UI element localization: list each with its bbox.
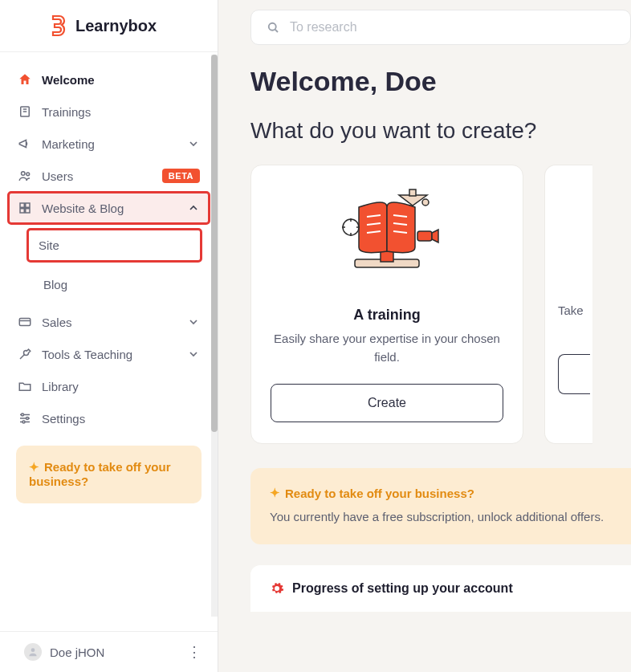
sliders-icon — [18, 411, 32, 426]
beta-badge: BETA — [162, 169, 200, 183]
create-cards: A training Easily share your expertise i… — [250, 165, 631, 444]
nav: Welcome Trainings Marketing Users BETA — [0, 52, 218, 631]
card-title: A training — [353, 307, 420, 324]
nav-label: Trainings — [42, 105, 91, 119]
nav-label: Users — [42, 169, 73, 183]
nav-users[interactable]: Users BETA — [8, 160, 210, 192]
card-desc: Easily share your expertise in your chos… — [271, 330, 503, 366]
star-icon: ✦ — [270, 486, 280, 500]
svg-point-3 — [22, 172, 26, 176]
nav-label: Sales — [42, 316, 72, 329]
chevron-down-icon — [187, 137, 200, 150]
svg-rect-8 — [26, 209, 30, 213]
brand-name: Learnybox — [75, 17, 157, 35]
search-input[interactable] — [290, 20, 616, 35]
brand-logo[interactable]: Learnybox — [0, 0, 218, 52]
card-icon — [18, 315, 32, 329]
nav-welcome[interactable]: Welcome — [8, 63, 210, 96]
nav-settings[interactable]: Settings — [8, 402, 210, 434]
nav-blog[interactable]: Blog — [32, 268, 210, 301]
svg-point-30 — [422, 199, 429, 206]
nav-website-blog-subitems: Site Blog — [8, 229, 210, 301]
svg-rect-6 — [26, 203, 30, 207]
nav-label: Blog — [43, 278, 67, 291]
svg-rect-31 — [417, 231, 432, 241]
user-name: Doe jHON — [50, 646, 104, 659]
svg-point-17 — [31, 648, 35, 652]
training-illustration-icon — [323, 183, 451, 295]
progress-card[interactable]: Progress of setting up your account — [250, 565, 631, 612]
promo-text: ✦Ready to take off your business? — [29, 460, 171, 488]
svg-rect-5 — [20, 203, 24, 207]
nav-label: Library — [42, 380, 79, 393]
svg-line-19 — [275, 30, 278, 32]
sidebar: Learnybox Welcome Trainings Marketing — [0, 0, 218, 672]
user-row[interactable]: Doe jHON ⋮ — [0, 631, 218, 672]
users-icon — [18, 169, 32, 183]
page-title: Welcome, Doe — [250, 66, 631, 97]
grid-icon — [18, 201, 32, 215]
nav-label: Site — [39, 238, 59, 252]
megaphone-icon — [18, 136, 32, 151]
learnybox-logo-icon — [48, 14, 67, 37]
svg-rect-29 — [409, 189, 416, 196]
scrollbar-thumb[interactable] — [211, 55, 218, 432]
nav-website-blog[interactable]: Website & Blog — [8, 192, 210, 224]
svg-rect-9 — [19, 319, 31, 326]
sidebar-promo-card[interactable]: ✦Ready to take off your business? — [16, 446, 202, 503]
nav-label: Settings — [42, 412, 85, 426]
svg-point-18 — [269, 23, 276, 31]
svg-rect-7 — [20, 209, 24, 213]
main: Welcome, Doe What do you want to create? — [218, 0, 631, 672]
nav-marketing[interactable]: Marketing — [8, 128, 210, 160]
nav-trainings[interactable]: Trainings — [8, 96, 210, 128]
avatar-icon — [24, 643, 42, 661]
card-desc: Take — [558, 303, 584, 317]
search-bar[interactable] — [250, 10, 631, 45]
banner-text: You currently have a free subscription, … — [270, 508, 612, 527]
nav-label: Tools & Teaching — [42, 348, 132, 361]
star-icon: ✦ — [29, 460, 39, 474]
card-training: A training Easily share your expertise i… — [250, 165, 523, 444]
svg-point-15 — [26, 417, 29, 420]
folder-icon — [18, 379, 32, 393]
page-subtitle: What do you want to create? — [250, 118, 631, 144]
search-icon — [266, 20, 280, 35]
nav-label: Marketing — [42, 137, 95, 151]
book-icon — [18, 104, 32, 119]
content: Welcome, Doe What do you want to create? — [218, 45, 631, 612]
banner-title: ✦ Ready to take off your business? — [270, 486, 612, 500]
card-peek-next: Take — [544, 165, 592, 444]
svg-point-16 — [22, 421, 25, 423]
nav-sales[interactable]: Sales — [8, 306, 210, 338]
wrench-icon — [18, 347, 32, 361]
nav-library[interactable]: Library — [8, 370, 210, 402]
create-button[interactable]: Create — [271, 384, 503, 422]
nav-label: Welcome — [42, 73, 95, 87]
svg-point-14 — [22, 413, 24, 416]
chevron-up-icon — [187, 202, 200, 214]
nav-site[interactable]: Site — [27, 229, 202, 262]
svg-point-4 — [26, 173, 30, 176]
chevron-down-icon — [187, 316, 200, 328]
chevron-down-icon — [187, 348, 200, 360]
gear-icon — [270, 581, 284, 596]
upgrade-banner[interactable]: ✦ Ready to take off your business? You c… — [250, 468, 631, 544]
progress-title: Progress of setting up your account — [292, 581, 513, 596]
nav-tools-teaching[interactable]: Tools & Teaching — [8, 338, 210, 370]
create-button-fragment[interactable] — [558, 354, 590, 394]
more-icon[interactable]: ⋮ — [187, 643, 202, 661]
nav-label: Website & Blog — [42, 202, 124, 215]
home-icon — [18, 72, 32, 87]
